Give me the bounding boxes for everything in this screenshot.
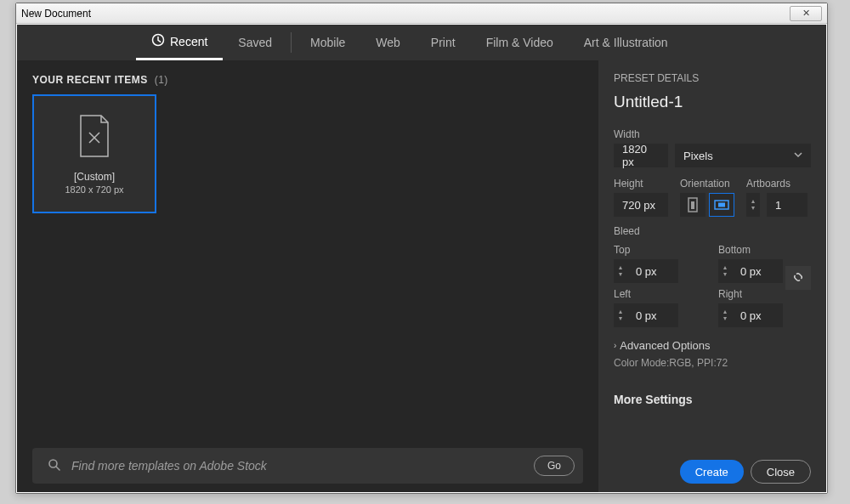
caret-down-icon: ▾ [751,205,755,212]
color-mode-info: Color Mode:RGB, PPI:72 [614,357,811,369]
clock-icon [151,33,165,49]
bleed-bottom-stepper[interactable]: ▴▾ [718,259,732,283]
recent-header-label: YOUR RECENT ITEMS [32,74,148,86]
bleed-label: Bleed [614,225,811,237]
width-value: 1820 px [622,143,660,168]
close-button-label: Close [767,466,795,479]
tab-web[interactable]: Web [360,25,416,60]
new-document-dialog: New Document ✕ Recent Saved Mobile Web [15,3,828,494]
search-icon [48,458,61,474]
tab-mobile-label: Mobile [310,36,345,49]
artboards-value: 1 [775,199,781,212]
svg-rect-5 [718,203,725,207]
preset-card[interactable]: [Custom] 1820 x 720 px [32,94,156,213]
bleed-bottom-label: Bottom [718,244,811,256]
orientation-portrait[interactable] [680,193,706,217]
svg-rect-3 [691,201,694,209]
artboards-stepper[interactable]: ▴ ▾ [746,193,760,217]
bleed-right-stepper[interactable]: ▴▾ [718,303,732,327]
height-label: Height [614,178,668,190]
bleed-right-field[interactable]: 0 px [732,303,783,327]
bleed-top-stepper[interactable]: ▴▾ [614,259,627,283]
orientation-landscape[interactable] [709,193,734,217]
dialog-body: Recent Saved Mobile Web Print Film & Vid… [16,24,827,493]
chevron-right-icon: › [614,341,616,350]
tab-saved[interactable]: Saved [223,25,287,60]
bleed-right-label: Right [718,288,811,300]
advanced-options-label: Advanced Options [620,339,710,352]
recent-count: (1) [155,74,168,86]
orientation-group [680,193,734,217]
preset-details-header: PRESET DETAILS [614,72,811,84]
create-button[interactable]: Create [680,460,744,484]
tab-art-label: Art & Illustration [584,36,668,49]
bleed-right-value: 0 px [740,309,762,322]
more-settings-header: More Settings [614,393,811,406]
height-value: 720 px [622,199,655,212]
units-dropdown[interactable]: Pixels [675,144,811,167]
bleed-left-field[interactable]: 0 px [627,303,678,327]
document-name[interactable]: Untitled-1 [614,93,811,111]
tab-recent-label: Recent [170,35,207,48]
link-bleed-button[interactable] [785,266,811,290]
advanced-options-toggle[interactable]: › Advanced Options [614,339,811,352]
tab-filmvideo-label: Film & Video [486,36,553,49]
tab-print[interactable]: Print [416,25,471,60]
recent-header: YOUR RECENT ITEMS (1) [32,74,583,86]
category-tabs: Recent Saved Mobile Web Print Film & Vid… [17,25,826,60]
width-field[interactable]: 1820 px [614,144,668,167]
tab-saved-label: Saved [238,36,272,49]
tab-print-label: Print [431,36,456,49]
bleed-top-label: Top [614,244,706,256]
tab-web-label: Web [376,36,400,49]
search-placeholder: Find more templates on Adobe Stock [71,459,534,473]
artboards-label: Artboards [746,178,808,190]
document-icon [76,114,113,161]
stock-search-bar[interactable]: Find more templates on Adobe Stock Go [32,448,583,484]
preset-details-panel: PRESET DETAILS Untitled-1 Width 1820 px … [598,60,826,492]
orientation-label: Orientation [680,178,734,190]
tab-art[interactable]: Art & Illustration [569,25,683,60]
search-go-button[interactable]: Go [534,456,575,476]
close-icon: ✕ [802,8,810,19]
main-area: YOUR RECENT ITEMS (1) [Custom] [17,60,826,492]
tab-mobile[interactable]: Mobile [295,25,360,60]
left-column: YOUR RECENT ITEMS (1) [Custom] [17,60,598,492]
bleed-top-value: 0 px [636,265,657,278]
chevron-down-icon [794,150,802,161]
bleed-bottom-field[interactable]: 0 px [732,259,783,283]
bleed-bottom-value: 0 px [740,265,762,278]
dialog-footer: Create Close [614,450,811,484]
tab-filmvideo[interactable]: Film & Video [471,25,569,60]
width-label: Width [614,128,811,140]
units-value: Pixels [683,150,713,162]
artboards-field[interactable]: 1 [767,193,808,217]
preset-grid: [Custom] 1820 x 720 px [32,94,583,213]
create-button-label: Create [695,466,728,479]
preset-dims: 1820 x 720 px [65,184,123,195]
titlebar: New Document ✕ [16,3,827,24]
tab-recent[interactable]: Recent [136,25,223,60]
bleed-left-value: 0 px [636,309,657,322]
tab-separator [291,32,292,53]
search-go-label: Go [547,460,561,472]
preset-name: [Custom] [74,171,115,183]
height-field[interactable]: 720 px [614,193,668,217]
window-title: New Document [21,8,790,20]
link-icon [792,271,804,286]
bleed-left-label: Left [614,288,706,300]
bleed-top-field[interactable]: 0 px [627,259,678,283]
window-close-button[interactable]: ✕ [790,6,822,21]
close-button[interactable]: Close [751,460,811,484]
bleed-left-stepper[interactable]: ▴▾ [614,303,627,327]
